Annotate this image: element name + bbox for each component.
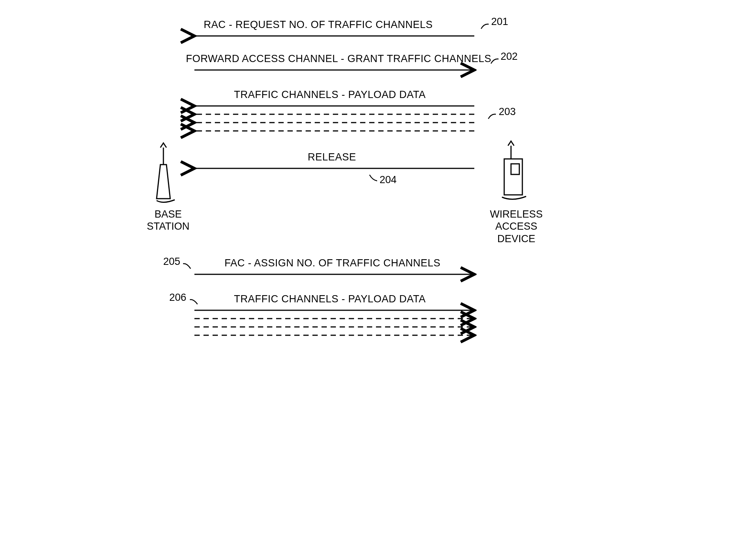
svg-marker-13 (157, 165, 170, 199)
wireless-device-icon (502, 141, 526, 199)
msg-5-label: FAC - ASSIGN NO. OF TRAFFIC CHANNELS (225, 257, 441, 269)
svg-rect-16 (511, 164, 519, 174)
msg-3-label: TRAFFIC CHANNELS - PAYLOAD DATA (234, 89, 426, 101)
msg-6-label: TRAFFIC CHANNELS - PAYLOAD DATA (234, 293, 426, 305)
sequence-diagram: RAC - REQUEST NO. OF TRAFFIC CHANNELS FO… (145, 15, 599, 356)
ref-206: 206 (169, 292, 186, 303)
base-station-icon (157, 143, 175, 202)
wireless-device-label: WIRELESS ACCESS DEVICE (485, 208, 548, 245)
ref-205: 205 (163, 256, 180, 268)
msg-4-label: RELEASE (308, 151, 356, 163)
ref-202: 202 (501, 51, 518, 62)
ref-204: 204 (380, 174, 397, 186)
ref-203: 203 (499, 106, 516, 118)
base-station-label: BASE STATION (144, 208, 193, 233)
msg-1-label: RAC - REQUEST NO. OF TRAFFIC CHANNELS (204, 19, 433, 31)
ref-201: 201 (491, 16, 508, 28)
msg-2-label: FORWARD ACCESS CHANNEL - GRANT TRAFFIC C… (186, 53, 492, 65)
